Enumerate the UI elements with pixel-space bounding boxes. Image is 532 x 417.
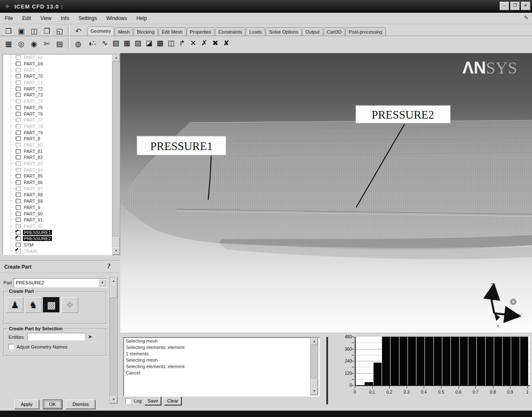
visibility-checkbox[interactable] (16, 136, 21, 141)
menu-file[interactable]: File (0, 14, 17, 23)
open-project-icon[interactable]: ❒ (3, 25, 14, 37)
visibility-checkbox[interactable] (16, 212, 21, 216)
visibility-checkbox[interactable] (16, 87, 21, 91)
undo-icon[interactable]: ↶ (72, 25, 84, 37)
measure-icon[interactable]: ✄ (41, 38, 53, 50)
create-point-icon[interactable]: ∴ (88, 37, 99, 49)
visibility-checkbox[interactable] (16, 149, 21, 153)
quality-histogram[interactable]: 0120240360480 00.10.20.30.40.50.60.70.80… (331, 334, 532, 408)
visibility-checkbox[interactable] (16, 62, 21, 66)
tree-item-part_69[interactable]: PART_69 (3, 61, 112, 67)
menu-help[interactable]: Help (132, 14, 152, 23)
visibility-checkbox[interactable] (16, 218, 21, 222)
tab-output[interactable]: Output (302, 27, 323, 36)
adjust-names-checkbox[interactable] (8, 344, 14, 349)
tab-loads[interactable]: Loads (246, 27, 265, 36)
panel-scroll-thumb[interactable] (110, 284, 117, 298)
visibility-checkbox[interactable] (16, 155, 21, 159)
visibility-checkbox[interactable] (16, 193, 21, 197)
tree-item-train[interactable]: ✔TRAIN (3, 248, 112, 254)
visibility-checkbox[interactable] (16, 68, 21, 72)
save-screenshot-icon[interactable]: ◫ (28, 25, 40, 37)
create-curve-icon[interactable]: ∿ (99, 37, 110, 49)
save-log-button[interactable]: Save (144, 397, 161, 405)
tab-edit-mesh[interactable]: Edit Mesh (158, 27, 186, 36)
tree-item-part_76[interactable]: PART_76 (3, 111, 112, 117)
tree-item-part_88[interactable]: PART_88 (3, 192, 112, 198)
tree-item-part_73[interactable]: PART_73 (3, 92, 112, 98)
repair-geometry-icon[interactable]: ▩ (155, 37, 165, 49)
panel-scroll-up-icon[interactable]: ▲ (110, 278, 117, 285)
help-icon[interactable]: ? (107, 262, 111, 270)
tab-post-processing[interactable]: Post-processing (345, 27, 386, 36)
tree-item-part_8[interactable]: PART_8 (3, 136, 112, 142)
visibility-checkbox[interactable] (16, 162, 21, 166)
log-scroll-thumb[interactable] (311, 380, 318, 388)
tab-solve-options[interactable]: Solve Options (266, 27, 301, 36)
transform-geometry-icon[interactable]: ◪ (144, 37, 154, 49)
tree-item-part_70[interactable]: PART_70 (3, 73, 112, 79)
visibility-checkbox[interactable] (16, 180, 21, 184)
annotation-pen-icon[interactable]: ✎ (524, 14, 529, 21)
zoom-window-icon[interactable]: ◎ (15, 38, 27, 50)
log-scroll-up-icon[interactable]: ▲ (311, 338, 318, 345)
restore-dormant-icon[interactable]: ↱ (177, 37, 187, 49)
create-part-flood-fill-mode-button[interactable]: ❖ (61, 297, 78, 313)
ok-button[interactable]: OK (43, 400, 62, 409)
tree-item-part_9[interactable]: PART_9 (3, 204, 112, 211)
part-combobox[interactable]: PRESSURE2 ▼ (14, 278, 107, 287)
tree-item-pressure1[interactable]: ✔PRESSURE1 (3, 229, 112, 235)
save-project-icon[interactable]: ▣ (15, 25, 27, 37)
tab-mesh[interactable]: Mesh (115, 27, 133, 36)
visibility-checkbox[interactable] (16, 105, 21, 110)
visibility-checkbox[interactable] (16, 143, 21, 147)
clear-log-button[interactable]: Clear (164, 397, 181, 405)
menu-edit[interactable]: Edit (17, 14, 36, 23)
visibility-checkbox[interactable] (16, 55, 21, 60)
surface-from-curves-icon[interactable]: ▦ (122, 37, 132, 49)
tree-item-part_77[interactable]: PART_77 (3, 117, 112, 123)
visibility-checkbox[interactable] (16, 130, 21, 135)
visibility-checkbox[interactable] (16, 93, 21, 97)
tree-scroll-thumb[interactable] (113, 237, 120, 248)
menu-windows[interactable]: Windows (102, 14, 132, 23)
export-window-icon[interactable]: ◱ (54, 25, 65, 37)
chevron-down-icon[interactable]: ▼ (99, 279, 106, 287)
tree-scroll-down-icon[interactable]: ▼ (113, 247, 120, 255)
visibility-checkbox[interactable] (16, 199, 21, 203)
tree-item-part_82[interactable]: PART_82 (3, 154, 112, 161)
tree-item-part_84[interactable]: PART_84 (3, 167, 112, 173)
visibility-checkbox[interactable] (16, 99, 21, 103)
delete-surface-icon[interactable]: ✖ (210, 37, 221, 49)
standard-shapes-icon[interactable]: ▨ (133, 37, 143, 49)
visibility-checkbox[interactable] (16, 205, 21, 210)
delete-any-entity-icon[interactable]: ✘ (221, 37, 232, 49)
create-part-from-mesh-mode-button[interactable]: ▩ (43, 297, 60, 313)
visibility-checkbox[interactable] (16, 112, 21, 116)
visibility-checkbox[interactable] (16, 174, 21, 178)
tree-item-part_75[interactable]: PART_75 (3, 105, 112, 111)
tab-constraints[interactable]: Constraints (215, 27, 246, 36)
visibility-checkbox[interactable] (16, 168, 21, 172)
menu-info[interactable]: Info (56, 14, 74, 23)
visibility-checkbox[interactable]: ✔ (16, 249, 21, 253)
tree-item-part_86[interactable]: PART_86 (3, 179, 112, 186)
tree-item-part_79[interactable]: PART_79 (3, 129, 112, 136)
tab-geometry[interactable]: Geometry (87, 26, 114, 36)
log-checkbox[interactable] (125, 398, 131, 404)
create-surface-icon[interactable]: ▧ (110, 37, 121, 49)
tree-item-part_74[interactable]: PART_74 (3, 98, 112, 105)
visibility-checkbox[interactable] (16, 124, 21, 128)
delete-curve-icon[interactable]: ✗ (199, 37, 209, 49)
tree-item-pressure2[interactable]: ✔PRESSURE2 (3, 235, 112, 242)
create-part-by-capture-mode-button[interactable]: ♞ (25, 297, 42, 313)
tab-properties[interactable]: Properties (187, 27, 215, 36)
tree-item-part_91[interactable]: PART_91 (3, 217, 112, 223)
tab-cart3d[interactable]: Cart3D (323, 27, 345, 36)
tree-item-part_90[interactable]: PART_90 (3, 210, 112, 217)
tree-item-part_7[interactable]: PART_7 (3, 67, 112, 73)
entity-select-icon[interactable]: ➤ (86, 333, 94, 340)
dismiss-button[interactable]: Dismiss (66, 400, 95, 409)
close-button[interactable]: ✕ (521, 2, 530, 10)
minimize-button[interactable]: – (500, 2, 509, 10)
